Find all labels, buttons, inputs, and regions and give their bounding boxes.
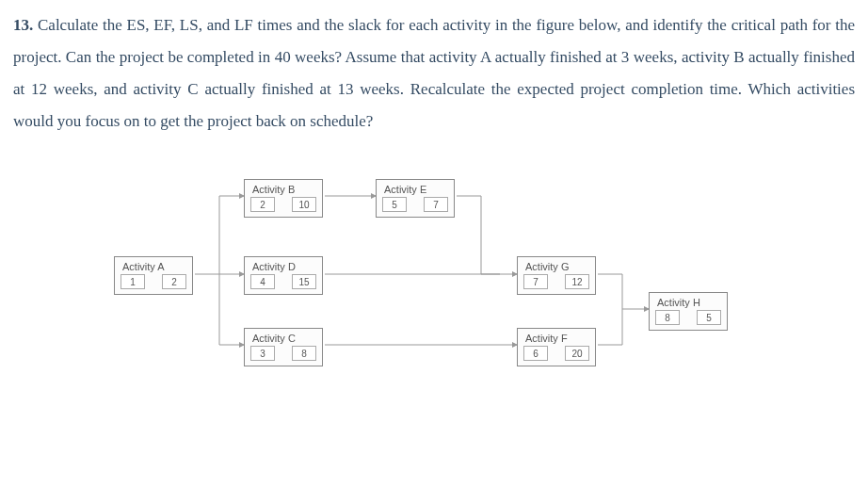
activity-label: Activity E xyxy=(377,180,454,197)
activity-node-d: Activity D 4 15 xyxy=(244,256,323,295)
activity-label: Activity B xyxy=(245,180,322,197)
activity-f-val1: 6 xyxy=(523,346,548,361)
activity-node-e: Activity E 5 7 xyxy=(376,179,455,218)
activity-node-a: Activity A 1 2 xyxy=(114,256,193,295)
activity-e-val2: 7 xyxy=(424,197,448,212)
question-body: Calculate the ES, EF, LS, and LF times a… xyxy=(13,16,855,130)
activity-b-val2: 10 xyxy=(292,197,316,212)
activity-label: Activity G xyxy=(518,257,595,274)
question-text: 13. Calculate the ES, EF, LS, and LF tim… xyxy=(13,9,855,138)
activity-node-b: Activity B 2 10 xyxy=(244,179,323,218)
activity-b-val1: 2 xyxy=(250,197,275,212)
activity-label: Activity C xyxy=(245,329,322,346)
activity-d-val1: 4 xyxy=(250,274,275,289)
question-number: 13. xyxy=(13,16,33,34)
activity-node-g: Activity G 7 12 xyxy=(517,256,596,295)
activity-node-h: Activity H 8 5 xyxy=(649,292,728,331)
activity-g-val2: 12 xyxy=(565,274,589,289)
activity-f-val2: 20 xyxy=(565,346,589,361)
activity-network-diagram: Activity A 1 2 Activity B 2 10 Activity … xyxy=(95,166,773,392)
activity-node-c: Activity C 3 8 xyxy=(244,328,323,366)
activity-c-val2: 8 xyxy=(292,346,316,361)
activity-d-val2: 15 xyxy=(292,274,316,289)
activity-g-val1: 7 xyxy=(523,274,548,289)
activity-a-val1: 1 xyxy=(121,274,145,289)
activity-node-f: Activity F 6 20 xyxy=(517,328,596,366)
activity-label: Activity F xyxy=(518,329,595,346)
activity-c-val1: 3 xyxy=(250,346,275,361)
activity-label: Activity D xyxy=(245,257,322,274)
activity-a-val2: 2 xyxy=(162,274,186,289)
activity-label: Activity H xyxy=(650,293,727,310)
activity-h-val2: 5 xyxy=(697,310,721,325)
activity-label: Activity A xyxy=(115,257,192,274)
activity-e-val1: 5 xyxy=(382,197,407,212)
activity-h-val1: 8 xyxy=(655,310,680,325)
